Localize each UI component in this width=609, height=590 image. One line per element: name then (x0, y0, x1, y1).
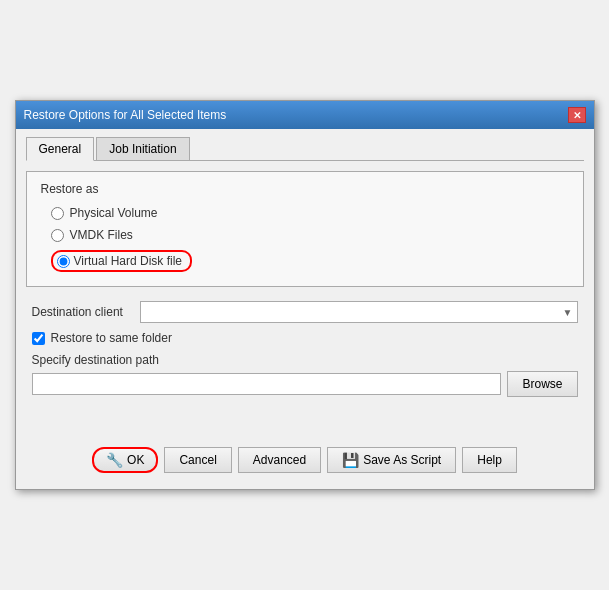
tab-general[interactable]: General (26, 137, 95, 161)
ok-icon: 🔧 (106, 452, 123, 468)
radio-vhd-file-input[interactable] (57, 255, 70, 268)
title-bar: Restore Options for All Selected Items ✕ (16, 101, 594, 129)
save-script-icon: 💾 (342, 452, 359, 468)
dialog-title: Restore Options for All Selected Items (24, 108, 227, 122)
destination-path-input[interactable] (32, 373, 502, 395)
radio-physical-volume-input[interactable] (51, 207, 64, 220)
destination-section: Destination client ▼ Restore to same fol… (26, 301, 584, 397)
radio-group: Physical Volume VMDK Files Virtual Hard … (41, 206, 569, 272)
radio-vhd-file-label: Virtual Hard Disk file (74, 254, 182, 268)
vhd-radio-highlight: Virtual Hard Disk file (51, 250, 192, 272)
save-as-script-label: Save As Script (363, 453, 441, 467)
restore-as-label: Restore as (41, 182, 569, 196)
dialog: Restore Options for All Selected Items ✕… (15, 100, 595, 490)
destination-client-dropdown[interactable]: ▼ (140, 301, 578, 323)
ok-label: OK (127, 453, 144, 467)
cancel-button[interactable]: Cancel (164, 447, 231, 473)
dialog-body: General Job Initiation Restore as Physic… (16, 129, 594, 489)
radio-vhd-file[interactable]: Virtual Hard Disk file (51, 250, 569, 272)
destination-client-row: Destination client ▼ (32, 301, 578, 323)
spacer (26, 397, 584, 437)
tabs: General Job Initiation (26, 137, 584, 161)
dropdown-arrow-icon: ▼ (563, 307, 573, 318)
radio-vmdk-files[interactable]: VMDK Files (51, 228, 569, 242)
tab-job-initiation[interactable]: Job Initiation (96, 137, 189, 160)
help-button[interactable]: Help (462, 447, 517, 473)
restore-same-folder-row: Restore to same folder (32, 331, 578, 345)
browse-button[interactable]: Browse (507, 371, 577, 397)
button-row: 🔧 OK Cancel Advanced 💾 Save As Script He… (26, 437, 584, 479)
advanced-button[interactable]: Advanced (238, 447, 321, 473)
close-button[interactable]: ✕ (568, 107, 586, 123)
ok-button[interactable]: 🔧 OK (92, 447, 158, 473)
radio-physical-volume[interactable]: Physical Volume (51, 206, 569, 220)
restore-same-folder-checkbox[interactable] (32, 332, 45, 345)
path-row: Browse (32, 371, 578, 397)
radio-physical-volume-label: Physical Volume (70, 206, 158, 220)
radio-vmdk-files-input[interactable] (51, 229, 64, 242)
restore-as-section: Restore as Physical Volume VMDK Files Vi… (26, 171, 584, 287)
restore-same-folder-label: Restore to same folder (51, 331, 172, 345)
destination-client-label: Destination client (32, 305, 132, 319)
save-as-script-button[interactable]: 💾 Save As Script (327, 447, 456, 473)
specify-path-label: Specify destination path (32, 353, 578, 367)
radio-vmdk-files-label: VMDK Files (70, 228, 133, 242)
